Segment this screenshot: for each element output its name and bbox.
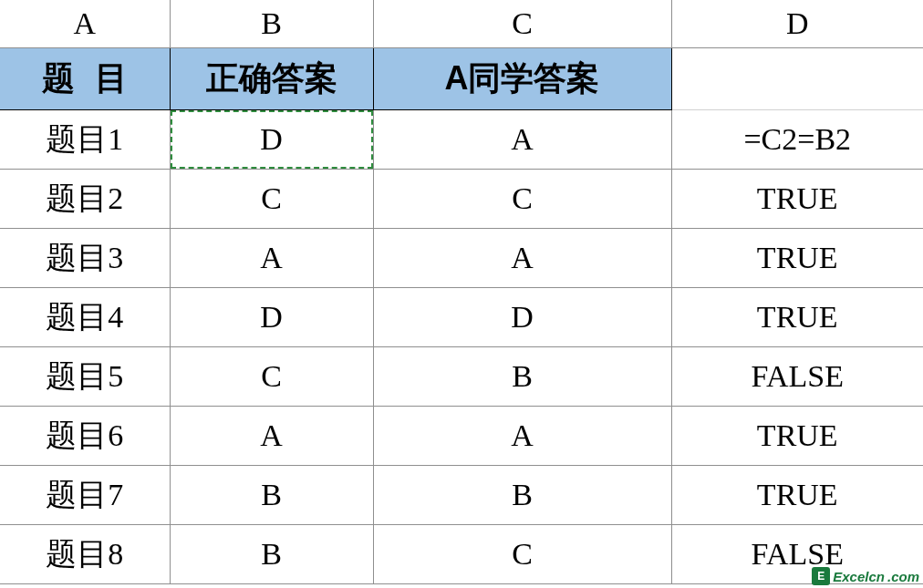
- cell-correct-answer[interactable]: D: [170, 287, 373, 346]
- header-student-answer[interactable]: A同学答案: [373, 47, 671, 109]
- cell-question[interactable]: 题目8: [0, 524, 170, 583]
- excel-icon: E: [812, 567, 830, 585]
- cell-result[interactable]: TRUE: [671, 287, 923, 346]
- cell-student-answer[interactable]: A: [373, 109, 671, 169]
- cell-question[interactable]: 题目6: [0, 406, 170, 465]
- table-row: 题目3 A A TRUE: [0, 228, 923, 287]
- table-row: 题目8 B C FALSE: [0, 524, 923, 583]
- cell-student-answer[interactable]: C: [373, 169, 671, 228]
- spreadsheet-grid: A B C D 题目 正确答案 A同学答案 题目1 D A =C2=B2 题目2…: [0, 0, 923, 584]
- cell-result[interactable]: TRUE: [671, 169, 923, 228]
- watermark: E Excelcn.com: [812, 567, 919, 585]
- cell-student-answer[interactable]: D: [373, 287, 671, 346]
- cell-correct-answer[interactable]: A: [170, 228, 373, 287]
- cell-correct-answer[interactable]: C: [170, 169, 373, 228]
- cell-correct-answer[interactable]: A: [170, 406, 373, 465]
- cell-value: D: [260, 122, 283, 156]
- watermark-text-1: Excelcn: [833, 569, 885, 584]
- column-header-b[interactable]: B: [170, 0, 373, 47]
- table-row: 题目2 C C TRUE: [0, 169, 923, 228]
- column-header-d[interactable]: D: [671, 0, 923, 47]
- cell-correct-answer[interactable]: B: [170, 524, 373, 583]
- cell-question[interactable]: 题目7: [0, 465, 170, 524]
- cell-correct-answer[interactable]: C: [170, 346, 373, 406]
- header-correct-answer[interactable]: 正确答案: [170, 47, 373, 109]
- table-row: 题目6 A A TRUE: [0, 406, 923, 465]
- cell-question[interactable]: 题目4: [0, 287, 170, 346]
- cell-student-answer[interactable]: A: [373, 406, 671, 465]
- cell-student-answer[interactable]: A: [373, 228, 671, 287]
- cell-question[interactable]: 题目1: [0, 109, 170, 169]
- cell-correct-answer[interactable]: D: [170, 109, 373, 169]
- cell-result[interactable]: TRUE: [671, 228, 923, 287]
- table-row: 题目7 B B TRUE: [0, 465, 923, 524]
- table-row: 题目5 C B FALSE: [0, 346, 923, 406]
- table-header-row: 题目 正确答案 A同学答案: [0, 47, 923, 109]
- header-empty-d[interactable]: [671, 47, 923, 109]
- header-question[interactable]: 题目: [0, 47, 170, 109]
- cell-question[interactable]: 题目2: [0, 169, 170, 228]
- cell-result[interactable]: TRUE: [671, 406, 923, 465]
- cell-student-answer[interactable]: B: [373, 346, 671, 406]
- watermark-text-2: .com: [887, 569, 919, 584]
- cell-student-answer[interactable]: C: [373, 524, 671, 583]
- table-row: 题目1 D A =C2=B2: [0, 109, 923, 169]
- cell-student-answer[interactable]: B: [373, 465, 671, 524]
- cell-question[interactable]: 题目5: [0, 346, 170, 406]
- cell-correct-answer[interactable]: B: [170, 465, 373, 524]
- column-header-a[interactable]: A: [0, 0, 170, 47]
- column-header-c[interactable]: C: [373, 0, 671, 47]
- column-header-row: A B C D: [0, 0, 923, 47]
- cell-question[interactable]: 题目3: [0, 228, 170, 287]
- table-row: 题目4 D D TRUE: [0, 287, 923, 346]
- cell-formula[interactable]: =C2=B2: [671, 109, 923, 169]
- cell-result[interactable]: FALSE: [671, 346, 923, 406]
- cell-result[interactable]: TRUE: [671, 465, 923, 524]
